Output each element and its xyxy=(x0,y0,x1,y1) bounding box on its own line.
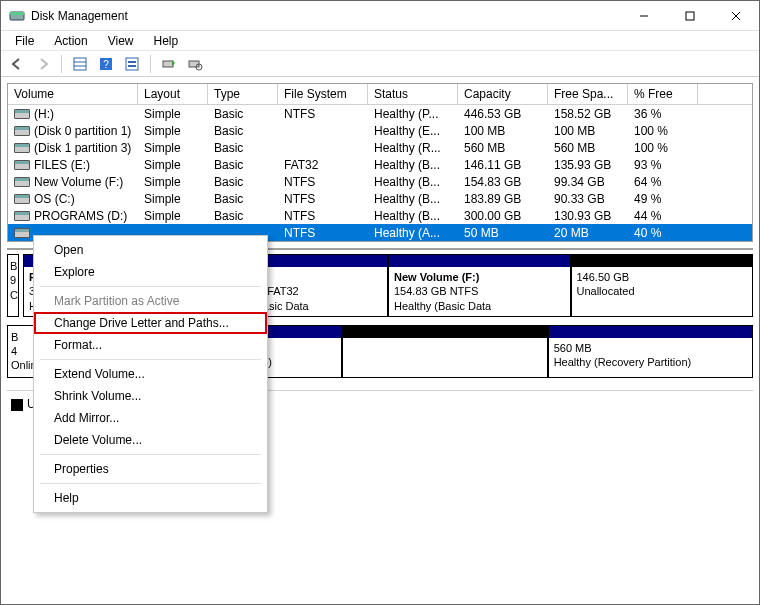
maximize-button[interactable] xyxy=(667,1,713,31)
partition[interactable]: 560 MBHealthy (Recovery Partition) xyxy=(548,325,753,378)
volume-name: (Disk 0 partition 1) xyxy=(34,124,131,138)
volume-name: (H:) xyxy=(34,107,54,121)
menu-separator xyxy=(40,454,261,455)
cell: Simple xyxy=(138,192,208,206)
menu-item-extend-volume[interactable]: Extend Volume... xyxy=(34,363,267,385)
cell: 154.83 GB xyxy=(458,175,548,189)
volume-icon xyxy=(14,211,30,221)
col-status[interactable]: Status xyxy=(368,84,458,104)
cell: NTFS xyxy=(278,226,368,240)
table-row[interactable]: New Volume (F:)SimpleBasicNTFSHealthy (B… xyxy=(8,173,752,190)
cell: Healthy (B... xyxy=(368,209,458,223)
disk-header-0[interactable]: B 9 C xyxy=(7,254,19,317)
cell: Healthy (B... xyxy=(368,175,458,189)
col-layout[interactable]: Layout xyxy=(138,84,208,104)
volume-icon xyxy=(14,228,30,238)
svg-rect-12 xyxy=(128,61,136,63)
disk0-l3: C xyxy=(10,288,16,302)
menu-item-add-mirror[interactable]: Add Mirror... xyxy=(34,407,267,429)
menu-item-open[interactable]: Open xyxy=(34,239,267,261)
cell: 183.89 GB xyxy=(458,192,548,206)
menu-item-change-drive-letter-and-paths[interactable]: Change Drive Letter and Paths... xyxy=(34,312,267,334)
cell: NTFS xyxy=(278,175,368,189)
swatch-black xyxy=(11,399,23,411)
partition[interactable] xyxy=(342,325,547,378)
cell: 560 MB xyxy=(458,141,548,155)
minimize-button[interactable] xyxy=(621,1,667,31)
toolbar-separator xyxy=(150,55,151,73)
volume-name: FILES (E:) xyxy=(34,158,90,172)
window-title: Disk Management xyxy=(31,9,128,23)
cell: Basic xyxy=(208,175,278,189)
settings-icon[interactable] xyxy=(120,53,144,75)
cell: Simple xyxy=(138,175,208,189)
refresh-icon[interactable] xyxy=(157,53,181,75)
partition-status: Healthy (Recovery Partition) xyxy=(554,355,747,369)
cell: Simple xyxy=(138,141,208,155)
cell: 40 % xyxy=(628,226,698,240)
close-button[interactable] xyxy=(713,1,759,31)
partition-bar xyxy=(343,326,546,338)
partition-bar xyxy=(549,326,752,338)
cell: Basic xyxy=(208,124,278,138)
menu-item-explore[interactable]: Explore xyxy=(34,261,267,283)
col-free[interactable]: Free Spa... xyxy=(548,84,628,104)
menu-item-shrink-volume[interactable]: Shrink Volume... xyxy=(34,385,267,407)
cell: 20 MB xyxy=(548,226,628,240)
view-list-icon[interactable] xyxy=(68,53,92,75)
volume-name: OS (C:) xyxy=(34,192,75,206)
cell: 446.53 GB xyxy=(458,107,548,121)
volume-icon xyxy=(14,143,30,153)
col-pctfree[interactable]: % Free xyxy=(628,84,698,104)
menu-item-help[interactable]: Help xyxy=(34,487,267,509)
cell: FAT32 xyxy=(278,158,368,172)
table-row[interactable]: (Disk 0 partition 1)SimpleBasicHealthy (… xyxy=(8,122,752,139)
volume-icon xyxy=(14,177,30,187)
cell: 560 MB xyxy=(548,141,628,155)
context-menu: OpenExploreMark Partition as ActiveChang… xyxy=(33,235,268,513)
cell: NTFS xyxy=(278,209,368,223)
partition-size: 560 MB xyxy=(554,341,747,355)
partition[interactable]: 146.50 GBUnallocated xyxy=(571,254,754,317)
back-button[interactable] xyxy=(5,53,29,75)
volume-icon xyxy=(14,160,30,170)
menu-help[interactable]: Help xyxy=(146,32,187,50)
cell: 146.11 GB xyxy=(458,158,548,172)
table-row[interactable]: OS (C:)SimpleBasicNTFSHealthy (B...183.8… xyxy=(8,190,752,207)
menu-separator xyxy=(40,483,261,484)
menu-file[interactable]: File xyxy=(7,32,42,50)
col-volume[interactable]: Volume xyxy=(8,84,138,104)
table-row[interactable]: (H:)SimpleBasicNTFSHealthy (P...446.53 G… xyxy=(8,105,752,122)
svg-rect-6 xyxy=(74,58,86,70)
disk0-l2: 9 xyxy=(10,273,16,287)
menu-action[interactable]: Action xyxy=(46,32,95,50)
table-row[interactable]: FILES (E:)SimpleBasicFAT32Healthy (B...1… xyxy=(8,156,752,173)
cell: Healthy (A... xyxy=(368,226,458,240)
menu-item-format[interactable]: Format... xyxy=(34,334,267,356)
cell: 64 % xyxy=(628,175,698,189)
menu-item-mark-partition-as-active: Mark Partition as Active xyxy=(34,290,267,312)
partition-bar xyxy=(389,255,570,267)
col-type[interactable]: Type xyxy=(208,84,278,104)
cell: Healthy (P... xyxy=(368,107,458,121)
forward-button[interactable] xyxy=(31,53,55,75)
partition[interactable]: New Volume (F:)154.83 GB NTFSHealthy (Ba… xyxy=(388,254,571,317)
cell: Basic xyxy=(208,107,278,121)
help-icon[interactable]: ? xyxy=(94,53,118,75)
cell: 93 % xyxy=(628,158,698,172)
menu-item-delete-volume[interactable]: Delete Volume... xyxy=(34,429,267,451)
cell: Simple xyxy=(138,209,208,223)
table-row[interactable]: (Disk 1 partition 3)SimpleBasicHealthy (… xyxy=(8,139,752,156)
col-capacity[interactable]: Capacity xyxy=(458,84,548,104)
svg-rect-1 xyxy=(10,12,24,15)
cell: Healthy (E... xyxy=(368,124,458,138)
properties-icon[interactable] xyxy=(183,53,207,75)
menu-item-properties[interactable]: Properties xyxy=(34,458,267,480)
cell: 100 % xyxy=(628,124,698,138)
menu-view[interactable]: View xyxy=(100,32,142,50)
title-bar: Disk Management xyxy=(1,1,759,31)
col-filesystem[interactable]: File System xyxy=(278,84,368,104)
table-row[interactable]: PROGRAMS (D:)SimpleBasicNTFSHealthy (B..… xyxy=(8,207,752,224)
volume-name: (Disk 1 partition 3) xyxy=(34,141,131,155)
cell: 50 MB xyxy=(458,226,548,240)
